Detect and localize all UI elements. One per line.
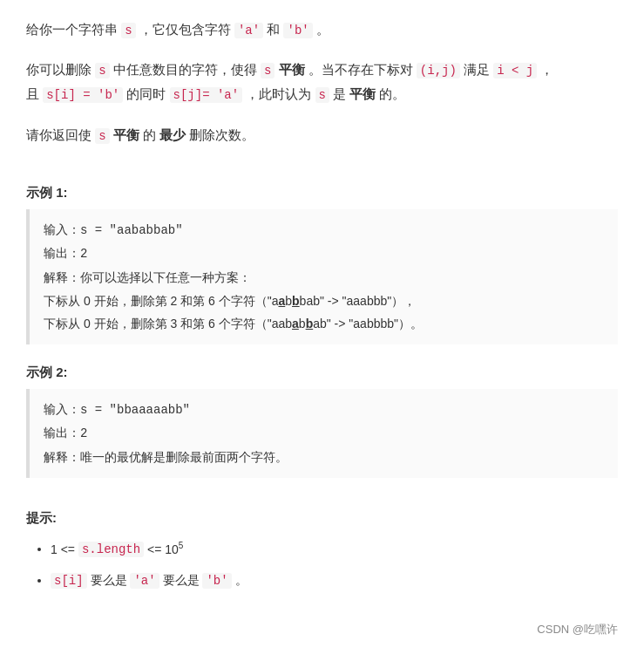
example2-input: 输入：s = "bbaaaaabb"	[44, 398, 604, 422]
example1-input: 输入：s = "aababbab"	[44, 218, 604, 242]
hint2-mid1: 要么是	[91, 573, 131, 587]
code-a: 'a'	[234, 23, 263, 38]
code-s4: s	[315, 87, 329, 103]
csdn-footer: CSDN @吃嘿许	[26, 619, 618, 639]
example2-title: 示例 2:	[26, 360, 618, 384]
paragraph-1: 给你一个字符串 s ，它仅包含字符 'a' 和 'b' 。	[26, 17, 618, 42]
hint-item-1: 1 <= s.length <= 105	[51, 538, 618, 562]
example1-line1: 下标从 0 开始，删除第 2 和第 6 个字符（"aabbbab" -> "aa…	[44, 290, 604, 313]
hint-item-2: s[i] 要么是 'a' 要么是 'b' 。	[51, 569, 618, 592]
hint2-code: s[i]	[51, 573, 87, 589]
paragraph-2: 你可以删除 s 中任意数目的字符，使得 s 平衡 。当不存在下标对 (i,j) …	[26, 58, 618, 106]
hint2-end: 。	[235, 573, 247, 587]
hint1-pre: 1 <=	[51, 542, 78, 556]
example2-box: 输入：s = "bbaaaaabb" 输出：2 解释：唯一的最优解是删除最前面两…	[26, 389, 618, 478]
example2-explain-text: 唯一的最优解是删除最前面两个字符。	[80, 450, 288, 464]
para2-text: 你可以删除 s 中任意数目的字符，使得 s 平衡 。当不存在下标对 (i,j) …	[26, 58, 618, 106]
example1-input-val: s = "aababbab"	[80, 223, 183, 237]
example2-output-label: 输出：	[44, 426, 80, 440]
example-1-section: 示例 1: 输入：s = "aababbab" 输出：2 解释：你可以选择以下任…	[26, 181, 618, 344]
example2-explain: 解释：唯一的最优解是删除最前面两个字符。	[44, 446, 604, 469]
hint1-code: s.length	[78, 542, 144, 557]
example-2-section: 示例 2: 输入：s = "bbaaaaabb" 输出：2 解释：唯一的最优解是…	[26, 360, 618, 478]
hint1-mid: <= 10	[144, 542, 179, 556]
example1-explain-text: 你可以选择以下任意一种方案：	[80, 270, 251, 284]
example2-output-val: 2	[80, 426, 87, 440]
hint2-a: 'a'	[130, 573, 159, 589]
code-iltj: i < j	[493, 63, 537, 78]
hint2-mid2: 要么是	[163, 573, 203, 587]
para3-text: 请你返回使 s 平衡 的 最少 删除次数。	[26, 123, 618, 147]
code-s5: s	[95, 128, 109, 144]
paragraph-3: 请你返回使 s 平衡 的 最少 删除次数。	[26, 123, 618, 147]
code-ij: (i,j)	[417, 63, 460, 78]
example1-box: 输入：s = "aababbab" 输出：2 解释：你可以选择以下任意一种方案：…	[26, 209, 618, 344]
example1-output: 输出：2	[44, 242, 604, 266]
hints-list: 1 <= s.length <= 105 s[i] 要么是 'a' 要么是 'b…	[26, 538, 618, 593]
bold-balanced3: 平衡	[113, 127, 139, 142]
example2-output: 输出：2	[44, 421, 604, 446]
example1-input-label: 输入：	[44, 222, 80, 236]
bold-min: 最少	[159, 127, 186, 142]
code-si-b: s[i] = 'b'	[43, 87, 123, 103]
code-b: 'b'	[283, 23, 312, 38]
bold-balanced2: 平衡	[349, 86, 376, 101]
example1-explain-label: 解释：	[44, 270, 80, 284]
hints-title: 提示:	[26, 506, 618, 529]
example1-explain: 解释：你可以选择以下任意一种方案：	[44, 266, 604, 290]
example2-input-val: s = "bbaaaaabb"	[80, 403, 190, 417]
code-sj-a: s[j]= 'a'	[170, 87, 243, 103]
example1-line2: 下标从 0 开始，删除第 3 和第 6 个字符（"aababbab" -> "a…	[44, 312, 604, 336]
code-s2: s	[95, 63, 109, 78]
bold-balanced1: 平衡	[279, 62, 305, 77]
example1-title: 示例 1:	[26, 181, 618, 204]
code-s1: s	[121, 23, 135, 38]
hint2-b: 'b'	[202, 573, 231, 589]
example1-output-val: 2	[80, 247, 87, 261]
hints-section: 提示: 1 <= s.length <= 105 s[i] 要么是 'a' 要么…	[26, 506, 618, 593]
example2-input-label: 输入：	[44, 402, 80, 416]
example2-explain-label: 解释：	[44, 450, 80, 464]
para1-text: 给你一个字符串 s ，它仅包含字符 'a' 和 'b' 。	[26, 17, 618, 42]
hint1-sup: 5	[179, 541, 184, 550]
code-s3: s	[261, 63, 275, 78]
example1-output-label: 输出：	[44, 246, 80, 260]
